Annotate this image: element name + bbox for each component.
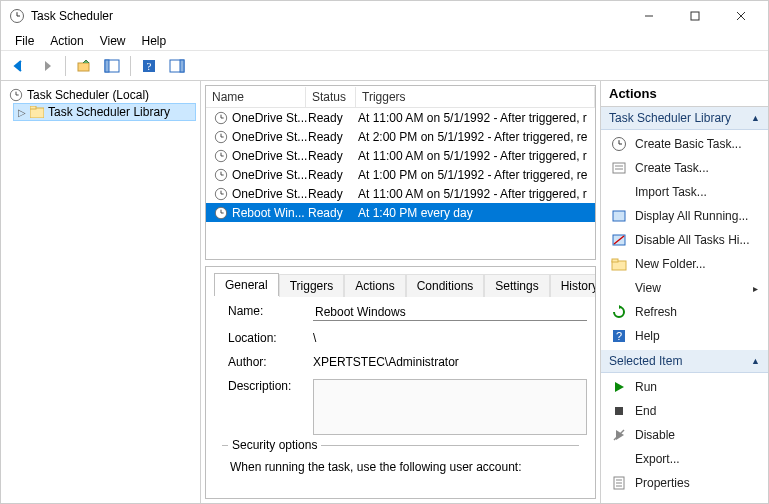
tab-conditions[interactable]: Conditions xyxy=(406,274,485,297)
action-item[interactable]: New Folder... xyxy=(601,252,768,276)
action-item[interactable]: View xyxy=(601,276,768,300)
task-row[interactable]: OneDrive St...ReadyAt 2:00 PM on 5/1/199… xyxy=(206,127,595,146)
actions-list-library: Create Basic Task...Create Task...Import… xyxy=(601,130,768,350)
task-row[interactable]: OneDrive St...ReadyAt 11:00 AM on 5/1/19… xyxy=(206,146,595,165)
task-details-panel: General Triggers Actions Conditions Sett… xyxy=(205,266,596,499)
actions-section-library-label: Task Scheduler Library xyxy=(609,111,731,125)
action-icon xyxy=(611,379,627,395)
col-header-name[interactable]: Name xyxy=(206,87,306,107)
actions-list-selected: RunEndDisableExport...Properties xyxy=(601,373,768,497)
maximize-button[interactable] xyxy=(672,1,718,31)
action-icon: ? xyxy=(611,328,627,344)
action-item[interactable]: Import Task... xyxy=(601,180,768,204)
up-button[interactable] xyxy=(72,54,96,78)
description-box[interactable] xyxy=(313,379,587,435)
tree-root[interactable]: Task Scheduler (Local) xyxy=(5,87,196,103)
action-label: Create Basic Task... xyxy=(635,137,742,151)
action-label: Export... xyxy=(635,452,680,466)
help-toolbar-button[interactable]: ? xyxy=(137,54,161,78)
task-trigger: At 1:40 PM every day xyxy=(358,206,595,220)
minimize-button[interactable] xyxy=(626,1,672,31)
col-header-status[interactable]: Status xyxy=(306,87,356,107)
task-status: Ready xyxy=(308,130,358,144)
svg-rect-16 xyxy=(613,163,625,173)
task-status: Ready xyxy=(308,187,358,201)
tab-actions[interactable]: Actions xyxy=(344,274,405,297)
action-icon xyxy=(611,451,627,467)
action-item[interactable]: End xyxy=(601,399,768,423)
author-value: XPERTSTEC\Administrator xyxy=(313,355,587,369)
name-label: Name: xyxy=(228,304,313,318)
action-label: Display All Running... xyxy=(635,209,748,223)
tab-history[interactable]: History xyxy=(550,274,596,297)
action-label: Run xyxy=(635,380,657,394)
action-item[interactable]: Refresh xyxy=(601,300,768,324)
folder-icon xyxy=(30,106,44,118)
svg-rect-23 xyxy=(612,259,618,262)
task-row[interactable]: OneDrive St...ReadyAt 1:00 PM on 5/1/199… xyxy=(206,165,595,184)
action-item[interactable]: Export... xyxy=(601,447,768,471)
window-title: Task Scheduler xyxy=(31,9,626,23)
back-button[interactable] xyxy=(7,54,31,78)
titlebar: Task Scheduler xyxy=(1,1,768,31)
menu-view[interactable]: View xyxy=(92,32,134,50)
collapse-icon: ▲ xyxy=(751,113,760,123)
security-text: When running the task, use the following… xyxy=(230,456,571,478)
task-status: Ready xyxy=(308,149,358,163)
task-name: OneDrive St... xyxy=(232,111,307,125)
description-label: Description: xyxy=(228,379,313,393)
action-item[interactable]: Display All Running... xyxy=(601,204,768,228)
task-name: OneDrive St... xyxy=(232,187,307,201)
show-hide-console-tree-button[interactable] xyxy=(100,54,124,78)
action-icon xyxy=(611,256,627,272)
task-trigger: At 11:00 AM on 5/1/1992 - After triggere… xyxy=(358,149,595,163)
action-item[interactable]: Create Task... xyxy=(601,156,768,180)
app-clock-icon xyxy=(9,8,25,24)
actions-pane: Actions Task Scheduler Library ▲ Create … xyxy=(600,81,768,503)
svg-rect-13 xyxy=(180,60,184,72)
clock-icon xyxy=(9,88,23,102)
show-hide-action-pane-button[interactable] xyxy=(165,54,189,78)
close-button[interactable] xyxy=(718,1,764,31)
action-item[interactable]: Run xyxy=(601,375,768,399)
menu-help[interactable]: Help xyxy=(134,32,175,50)
tree-library[interactable]: ▷ Task Scheduler Library xyxy=(13,103,196,121)
action-item[interactable]: Create Basic Task... xyxy=(601,132,768,156)
actions-pane-title: Actions xyxy=(601,81,768,107)
task-trigger: At 1:00 PM on 5/1/1992 - After triggered… xyxy=(358,168,595,182)
tree-pane: Task Scheduler (Local) ▷ Task Scheduler … xyxy=(1,81,201,503)
action-item[interactable]: ?Help xyxy=(601,324,768,348)
action-icon xyxy=(611,403,627,419)
task-row[interactable]: OneDrive St...ReadyAt 11:00 AM on 5/1/19… xyxy=(206,108,595,127)
task-row[interactable]: OneDrive St...ReadyAt 11:00 AM on 5/1/19… xyxy=(206,184,595,203)
action-label: Help xyxy=(635,329,660,343)
action-label: New Folder... xyxy=(635,257,706,271)
action-icon xyxy=(611,427,627,443)
action-label: End xyxy=(635,404,656,418)
svg-rect-4 xyxy=(691,12,699,20)
action-icon xyxy=(611,184,627,200)
menu-file[interactable]: File xyxy=(7,32,42,50)
action-item[interactable]: Disable xyxy=(601,423,768,447)
col-header-triggers[interactable]: Triggers xyxy=(356,87,595,107)
actions-section-library[interactable]: Task Scheduler Library ▲ xyxy=(601,107,768,130)
action-item[interactable]: Properties xyxy=(601,471,768,495)
tasks-list-panel: Name Status Triggers OneDrive St...Ready… xyxy=(205,85,596,260)
actions-section-selected[interactable]: Selected Item ▲ xyxy=(601,350,768,373)
tab-general[interactable]: General xyxy=(214,273,279,296)
toolbar-separator xyxy=(130,56,131,76)
expand-icon[interactable]: ▷ xyxy=(18,107,26,118)
forward-button[interactable] xyxy=(35,54,59,78)
action-item[interactable]: Disable All Tasks Hi... xyxy=(601,228,768,252)
toolbar-separator xyxy=(65,56,66,76)
main-area: Task Scheduler (Local) ▷ Task Scheduler … xyxy=(1,81,768,503)
tab-triggers[interactable]: Triggers xyxy=(279,274,345,297)
task-name: OneDrive St... xyxy=(232,130,307,144)
location-value: \ xyxy=(313,331,587,345)
tab-settings[interactable]: Settings xyxy=(484,274,549,297)
task-name-input[interactable] xyxy=(313,304,587,321)
action-label: Create Task... xyxy=(635,161,709,175)
task-row[interactable]: Reboot Win...ReadyAt 1:40 PM every day xyxy=(206,203,595,222)
menu-action[interactable]: Action xyxy=(42,32,91,50)
collapse-icon: ▲ xyxy=(751,356,760,366)
